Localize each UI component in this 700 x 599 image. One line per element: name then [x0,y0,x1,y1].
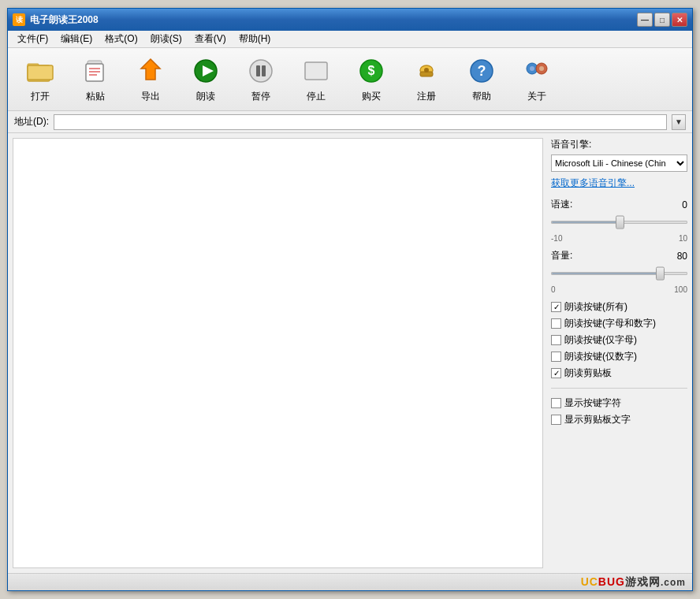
watermark-uc: UC [581,575,598,588]
stop-icon [300,55,332,87]
paste-button[interactable]: 粘贴 [69,53,121,106]
play-icon [190,55,222,87]
read-button[interactable]: 朗读 [180,53,232,106]
address-bar: 地址(D): ▼ [8,111,692,133]
open-button[interactable]: 打开 [14,53,66,106]
watermark-game: 游戏网 [625,575,661,588]
title-controls: — □ ✕ [637,13,687,27]
watermark: UCBUG游戏网.com [581,575,686,590]
volume-track [551,272,687,275]
cb-read-clipboard[interactable]: 朗读剪贴板 [551,366,687,380]
menu-bar: 文件(F) 编辑(E) 格式(O) 朗读(S) 查看(V) 帮助(H) [8,31,692,48]
speed-section: 语速: 0 -10 10 [551,198,687,243]
volume-range: 0 100 [551,285,687,294]
pause-label: 暂停 [251,90,270,103]
cb-read-all[interactable]: 朗读按键(所有) [551,300,687,314]
menu-format[interactable]: 格式(O) [99,31,143,47]
menu-view[interactable]: 查看(V) [188,31,233,47]
separator-1 [551,388,687,389]
engine-select[interactable]: Microsoft Lili - Chinese (Chin [551,154,687,172]
svg-marker-8 [141,59,160,80]
cb-read-numeric[interactable]: 朗读按键(仅数字) [551,350,687,363]
text-area[interactable] [13,139,542,567]
cb-read-numeric-label: 朗读按键(仅数字) [564,350,637,363]
buy-icon: $ [356,55,387,87]
cb-read-alpha-label: 朗读按键(仅字母) [564,333,637,347]
watermark-com: .com [661,577,686,588]
cb-read-all-label: 朗读按键(所有) [564,300,627,314]
cb-show-clipboard-box[interactable] [551,415,561,425]
speed-knob[interactable] [616,216,624,229]
minimize-button[interactable]: — [637,13,653,27]
title-bar-left: 读 电子朗读王2008 [13,13,99,27]
volume-section: 音量: 80 0 100 [551,249,687,294]
pause-button[interactable]: 暂停 [235,53,287,106]
stop-button[interactable]: 停止 [290,53,342,106]
buy-button[interactable]: $ 购买 [345,53,397,106]
volume-slider-wrapper [551,266,687,281]
window-title: 电子朗读王2008 [30,13,99,27]
svg-point-11 [250,60,272,82]
menu-edit[interactable]: 编辑(E) [54,31,99,47]
volume-value: 80 [677,251,687,262]
cb-show-key[interactable]: 显示按键字符 [551,396,687,410]
menu-file[interactable]: 文件(F) [11,31,54,47]
text-area-container [13,138,543,568]
main-content: 语音引擎: Microsoft Lili - Chinese (Chin 获取更… [8,133,692,573]
svg-rect-4 [86,64,103,81]
svg-point-19 [424,68,429,73]
checkbox-group-1: 朗读按键(所有) 朗读按键(字母和数字) 朗读按键(仅字母) 朗读按键(仅数字)… [551,300,687,380]
volume-label: 音量: [551,249,572,262]
maximize-button[interactable]: □ [654,13,670,27]
menu-help[interactable]: 帮助(H) [233,31,277,47]
cb-read-alphanumeric-label: 朗读按键(字母和数字) [564,317,656,330]
speed-slider-wrapper [551,214,687,230]
cb-read-numeric-box[interactable] [551,352,561,362]
cb-read-clipboard-label: 朗读剪贴板 [564,366,612,380]
register-button[interactable]: 注册 [400,53,452,106]
title-bar: 读 电子朗读王2008 — □ ✕ [8,9,692,31]
status-bar: UCBUG游戏网.com [8,573,692,590]
address-dropdown-button[interactable]: ▼ [672,114,686,130]
about-button[interactable]: 关于 [511,53,563,106]
svg-text:?: ? [478,63,486,79]
export-icon [135,55,166,87]
close-button[interactable]: ✕ [672,13,687,27]
cb-read-alpha-box[interactable] [551,335,561,345]
help-button[interactable]: ? 帮助 [456,53,508,106]
open-label: 打开 [31,90,50,103]
export-button[interactable]: 导出 [125,53,177,106]
svg-point-25 [539,66,544,71]
svg-rect-14 [305,62,327,80]
address-input[interactable] [54,114,667,130]
read-label: 朗读 [196,90,215,103]
cb-read-alphanumeric-box[interactable] [551,318,561,329]
cb-show-key-label: 显示按键字符 [564,396,621,410]
paste-icon [80,55,111,87]
register-label: 注册 [417,90,436,103]
cb-show-key-box[interactable] [551,398,561,408]
engine-dropdown: Microsoft Lili - Chinese (Chin [551,154,687,172]
svg-point-24 [530,66,534,71]
svg-text:$: $ [368,64,375,77]
menu-read[interactable]: 朗读(S) [144,31,188,47]
speed-label: 语速: [551,198,572,211]
checkbox-group-2: 显示按键字符 显示剪贴板文字 [551,396,687,426]
engine-section: 语音引擎: Microsoft Lili - Chinese (Chin 获取更… [551,138,687,192]
engine-label: 语音引擎: [551,138,687,151]
speed-range: -10 10 [551,234,687,243]
cb-show-clipboard[interactable]: 显示剪贴板文字 [551,413,687,426]
register-icon [411,55,442,87]
pause-icon [245,55,277,87]
cb-read-clipboard-box[interactable] [551,368,561,378]
engine-link[interactable]: 获取更多语音引擎... [551,175,687,192]
svg-rect-2 [28,65,53,80]
watermark-bug: BUG [598,575,625,588]
main-window: 读 电子朗读王2008 — □ ✕ 文件(F) 编辑(E) 格式(O) 朗读(S… [7,8,693,591]
cb-read-alpha[interactable]: 朗读按键(仅字母) [551,333,687,347]
svg-rect-13 [262,65,266,76]
volume-knob[interactable] [656,267,665,281]
speed-track [551,221,687,224]
cb-read-alphanumeric[interactable]: 朗读按键(字母和数字) [551,317,687,330]
cb-read-all-box[interactable] [551,302,561,312]
